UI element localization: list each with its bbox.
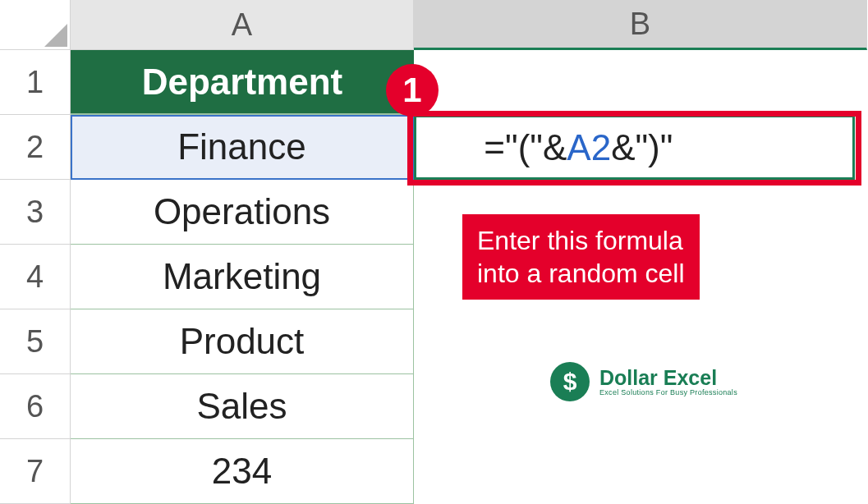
select-all-triangle-icon (44, 24, 67, 47)
cell-a4[interactable]: Marketing (71, 245, 414, 309)
spreadsheet-grid: A B 1 2 3 4 5 6 7 Department Finance Ope… (0, 0, 868, 504)
cell-a2[interactable]: Finance (71, 115, 414, 180)
formula-part2: &")" (611, 127, 673, 167)
column-header-b[interactable]: B (414, 0, 867, 50)
brand-subtitle: Excel Solutions For Busy Professionals (599, 388, 737, 396)
callout-line-1: Enter this formula (477, 224, 685, 257)
formula-cell-ref: A2 (567, 127, 611, 167)
brand-title: Dollar Excel (599, 368, 737, 388)
cell-b2-editing[interactable]: ="("&A2&")" (414, 115, 867, 180)
column-header-a[interactable]: A (71, 0, 414, 50)
row-header-5[interactable]: 5 (0, 309, 71, 374)
cell-a1-header[interactable]: Department (71, 50, 414, 115)
cell-a7[interactable]: 234 (71, 439, 414, 504)
row-header-6[interactable]: 6 (0, 374, 71, 439)
row-header-7[interactable]: 7 (0, 439, 71, 504)
brand-text: Dollar Excel Excel Solutions For Busy Pr… (599, 368, 737, 396)
dollar-icon: $ (550, 362, 590, 401)
brand-logo: $ Dollar Excel Excel Solutions For Busy … (550, 362, 737, 401)
cell-b7[interactable] (414, 439, 867, 504)
cell-a6[interactable]: Sales (71, 374, 414, 439)
annotation-callout: Enter this formula into a random cell (462, 214, 700, 300)
row-header-2[interactable]: 2 (0, 115, 71, 180)
row-header-3[interactable]: 3 (0, 180, 71, 245)
row-header-4[interactable]: 4 (0, 245, 71, 309)
cell-a3[interactable]: Operations (71, 180, 414, 245)
formula-part1: ="("& (484, 127, 567, 167)
callout-line-2: into a random cell (477, 257, 685, 290)
cell-a5[interactable]: Product (71, 309, 414, 374)
row-header-1[interactable]: 1 (0, 50, 71, 115)
select-all-corner[interactable] (0, 0, 71, 50)
